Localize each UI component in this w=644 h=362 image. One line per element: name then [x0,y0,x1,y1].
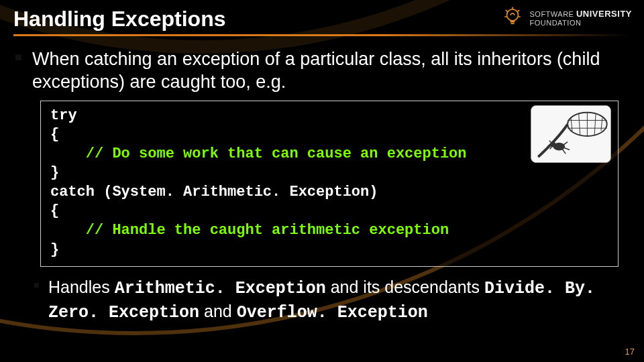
text: and [199,302,237,320]
logo: SOFTWARE UNIVERSITY FOUNDATION [501,5,632,31]
code-block: try { // Do some work that can cause an … [40,101,619,267]
logo-line1: SOFTWARE [529,10,574,18]
code-comment: // Do some work that can cause an except… [50,145,467,162]
code-line: { [50,202,59,219]
bullet-text: When catching an exception of a particul… [32,49,600,92]
code-line: catch (System. Arithmetic. Exception) [50,184,378,200]
code-line: { [50,126,59,143]
logo-line2: UNIVERSITY [576,9,632,19]
text: and its descendants [326,278,484,296]
text: Handles [48,278,115,296]
code-line: try [50,107,77,124]
sub-bullet-list: Handles Arithmetic. Exception and its de… [13,276,631,324]
svg-point-0 [507,9,519,21]
code-line: } [50,164,59,181]
page-number: 17 [625,347,635,357]
logo-line3: FOUNDATION [529,19,632,27]
code-line: } [50,241,59,258]
net-catching-bug-icon [531,105,611,163]
title-underline [13,34,631,36]
lightbulb-icon [501,5,524,31]
bullet-item: When catching an exception of a particul… [13,48,631,94]
code-comment: // Handle the caught arithmetic exceptio… [50,222,449,239]
logo-text: SOFTWARE UNIVERSITY FOUNDATION [529,9,632,27]
code-inline: Overflow. Exception [237,303,428,322]
slide: SOFTWARE UNIVERSITY FOUNDATION Handling … [0,0,644,362]
sub-bullet-item: Handles Arithmetic. Exception and its de… [34,276,631,324]
code-inline: Arithmetic. Exception [115,279,326,298]
bullet-list: When catching an exception of a particul… [13,48,631,94]
